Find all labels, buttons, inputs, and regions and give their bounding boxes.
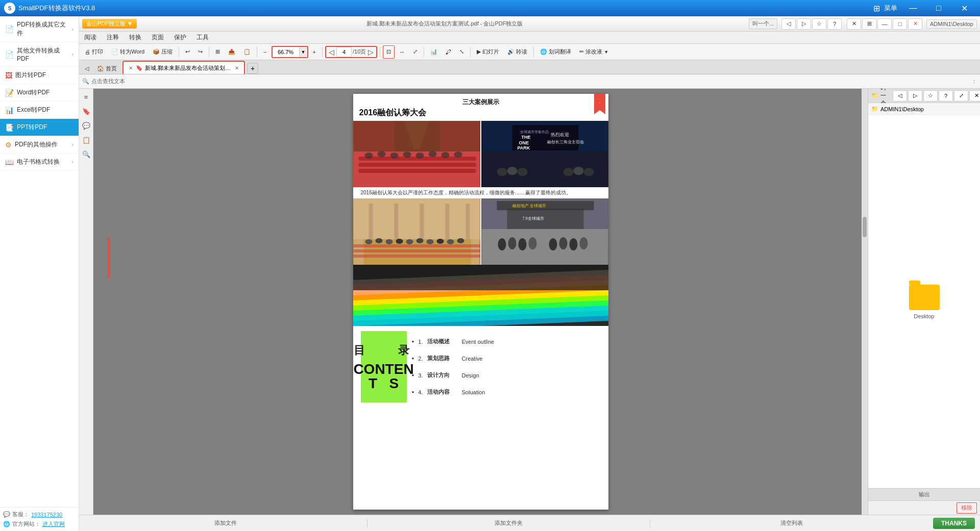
kc-minimize-btn[interactable]: ✕ bbox=[847, 18, 861, 30]
minimize-button[interactable]: — bbox=[901, 0, 925, 16]
maximize-button[interactable]: □ bbox=[927, 0, 950, 16]
item-cn-4: 活动内容 bbox=[427, 388, 458, 396]
kingsoft-logo-btn[interactable]: 金山PDF独立版 ▼ bbox=[82, 19, 137, 29]
sidebar-item-other-to-pdf[interactable]: 📄 其他文件转换成PDF › bbox=[0, 42, 79, 67]
svg-point-64 bbox=[569, 238, 577, 250]
kc-close-btn[interactable]: ✕ bbox=[908, 18, 922, 30]
svg-point-60 bbox=[518, 238, 526, 250]
layers-btn[interactable]: 📋 bbox=[80, 134, 92, 146]
search-bar: 🔍 点击查找文本 ： bbox=[79, 74, 980, 89]
svg-rect-4 bbox=[358, 169, 476, 173]
translate-btn[interactable]: 🌐 划词翻译 bbox=[536, 45, 575, 59]
menu-tools[interactable]: 工具 bbox=[194, 32, 211, 43]
clear-list-btn[interactable]: 清空列表 bbox=[650, 519, 933, 527]
add-folder-btn[interactable]: 添加文件夹 bbox=[368, 519, 650, 527]
watermark-btn[interactable]: ✏ 涂改液 ▼ bbox=[576, 45, 612, 59]
thumbnail-view-btn[interactable]: ≡ bbox=[80, 91, 92, 103]
pdf-viewer-area: ≡ 🔖 💬 📋 🔍 🔖 三大案例展示 20 bbox=[79, 89, 980, 515]
zoom-input[interactable] bbox=[273, 46, 299, 58]
zoom-dropdown-btn[interactable]: ▼ bbox=[299, 46, 307, 58]
fm-forward-btn[interactable]: ▷ bbox=[908, 90, 922, 102]
qq-label: 客服： bbox=[12, 511, 29, 518]
sidebar-item-pdf-other-ops[interactable]: ⚙ PDF的其他操作 › bbox=[0, 136, 79, 154]
close-button[interactable]: ✕ bbox=[952, 0, 976, 16]
sidebar-item-ppt-to-pdf[interactable]: 📑 PPT转PDF bbox=[0, 119, 79, 136]
kc-max-btn[interactable]: □ bbox=[893, 18, 907, 30]
menu-page[interactable]: 页面 bbox=[150, 32, 166, 43]
recent-files-btn[interactable]: 叫一个... bbox=[749, 18, 777, 29]
sidebar-item-word-to-pdf[interactable]: 📝 Word转PDF bbox=[0, 84, 79, 102]
read-aloud-btn[interactable]: 🔊 聆读 bbox=[504, 45, 531, 59]
search-more-btn[interactable]: ： bbox=[971, 78, 977, 85]
svg-rect-34 bbox=[353, 249, 480, 252]
print-button[interactable]: 🖨 打印 bbox=[81, 45, 107, 59]
compress-button[interactable]: 📦 压缩 bbox=[149, 45, 176, 59]
expand-btn[interactable]: ⤡ bbox=[456, 45, 468, 59]
kc-forward-btn[interactable]: ▷ bbox=[797, 18, 811, 30]
website-url[interactable]: 进入官网 bbox=[42, 520, 65, 528]
highlight-btn[interactable]: 🖍 bbox=[442, 45, 455, 59]
fm-path-bar: 📁 ADMIN1\Desktop bbox=[868, 103, 980, 115]
menu-btn[interactable]: 菜单 bbox=[884, 4, 897, 13]
comment-btn[interactable]: 💬 bbox=[80, 119, 92, 132]
thanks-button[interactable]: THANKS bbox=[933, 518, 975, 529]
kc-back-btn[interactable]: ◁ bbox=[781, 18, 796, 30]
fullscreen-btn[interactable]: ⤢ bbox=[409, 45, 421, 59]
left-collapse-marker[interactable] bbox=[108, 238, 110, 279]
remove-button[interactable]: 移除 bbox=[957, 502, 977, 514]
desktop-folder[interactable] bbox=[909, 285, 940, 310]
menu-read[interactable]: 阅读 bbox=[82, 32, 99, 43]
watermark-dropdown[interactable]: ▼ bbox=[604, 49, 608, 55]
fm-back-btn[interactable]: ◁ bbox=[893, 90, 907, 102]
tab-home-btn[interactable]: 🏠 首页 bbox=[93, 63, 120, 74]
slideshow-btn[interactable]: ▶ 幻灯片 bbox=[473, 45, 503, 59]
tab-back-btn[interactable]: ◁ bbox=[81, 63, 92, 74]
fm-help-btn[interactable]: ? bbox=[939, 90, 953, 102]
scrollbar-track[interactable] bbox=[862, 89, 868, 515]
menu-convert[interactable]: 转换 bbox=[127, 32, 143, 43]
undo-button[interactable]: ↩ bbox=[182, 45, 193, 59]
pdf-content-area[interactable]: 🔖 三大案例展示 2016融创认筹大会 bbox=[93, 89, 868, 515]
menu-annotate[interactable]: 注释 bbox=[105, 32, 121, 43]
kc-grid-btn[interactable]: ⊞ bbox=[862, 18, 876, 30]
sidebar-item-excel-to-pdf[interactable]: 📊 Excel转PDF bbox=[0, 102, 79, 119]
search-panel-btn[interactable]: 🔍 bbox=[80, 148, 92, 160]
fm-close-btn[interactable]: ✕ bbox=[969, 90, 980, 102]
bullet-4: ● bbox=[412, 390, 414, 394]
sidebar-item-pdf-to-other[interactable]: 📄 PDF转换成其它文件 › bbox=[0, 16, 79, 42]
folder-tab bbox=[909, 281, 920, 285]
add-file-btn[interactable]: 添加文件 bbox=[84, 519, 367, 527]
sidebar-item-img-to-pdf[interactable]: 🖼 图片转PDF bbox=[0, 67, 79, 84]
menu-protect[interactable]: 保护 bbox=[172, 32, 188, 43]
sidebar-label-ppt-to-pdf: PPT转PDF bbox=[17, 123, 47, 132]
kc-star-btn[interactable]: ☆ bbox=[812, 18, 826, 30]
scrollbar-thumb[interactable] bbox=[863, 217, 867, 237]
kc-min2-btn[interactable]: — bbox=[877, 18, 892, 30]
to-word-button[interactable]: 📄 转为Word bbox=[108, 45, 148, 59]
sidebar-item-ebook-convert[interactable]: 📖 电子书格式转换 › bbox=[0, 154, 79, 171]
zoom-out-button[interactable]: − bbox=[260, 45, 270, 59]
kc-help-btn[interactable]: ? bbox=[827, 18, 842, 30]
prev-page-button[interactable]: ◁ bbox=[328, 48, 335, 56]
tool-btn-3[interactable]: 📋 bbox=[240, 45, 254, 59]
rotate-btn[interactable]: ↔ bbox=[396, 45, 408, 59]
windows-grid-icon[interactable]: ⊞ bbox=[873, 4, 880, 13]
tab-close-x[interactable]: ✕ bbox=[128, 65, 134, 71]
page-input[interactable] bbox=[336, 47, 352, 57]
bookmark-btn[interactable]: 🔖 bbox=[80, 105, 92, 117]
tool-btn-2[interactable]: 📤 bbox=[225, 45, 239, 59]
zoom-in-button[interactable]: + bbox=[309, 45, 320, 59]
tool-btn-1[interactable]: ⊞ bbox=[212, 45, 224, 59]
qq-number[interactable]: 1933175230 bbox=[31, 512, 62, 518]
tab-close-btn[interactable]: ✕ bbox=[234, 65, 240, 71]
fit-width-btn[interactable]: ⊡ bbox=[383, 45, 395, 59]
add-tab-button[interactable]: + bbox=[247, 63, 258, 74]
fm-expand-btn[interactable]: ⤢ bbox=[954, 90, 968, 102]
bar-chart-btn[interactable]: 📊 bbox=[427, 45, 441, 59]
redo-button[interactable]: ↪ bbox=[194, 45, 206, 59]
active-tab[interactable]: ✕ 🔖 新城.鄞未来新品发布会活动策划方案测试.pdf ✕ bbox=[122, 61, 245, 74]
item-cn-2: 策划思路 bbox=[427, 355, 458, 362]
next-page-button[interactable]: ▷ bbox=[367, 48, 375, 56]
contents-c: CONTEN bbox=[353, 362, 413, 376]
fm-star-btn[interactable]: ☆ bbox=[923, 90, 938, 102]
